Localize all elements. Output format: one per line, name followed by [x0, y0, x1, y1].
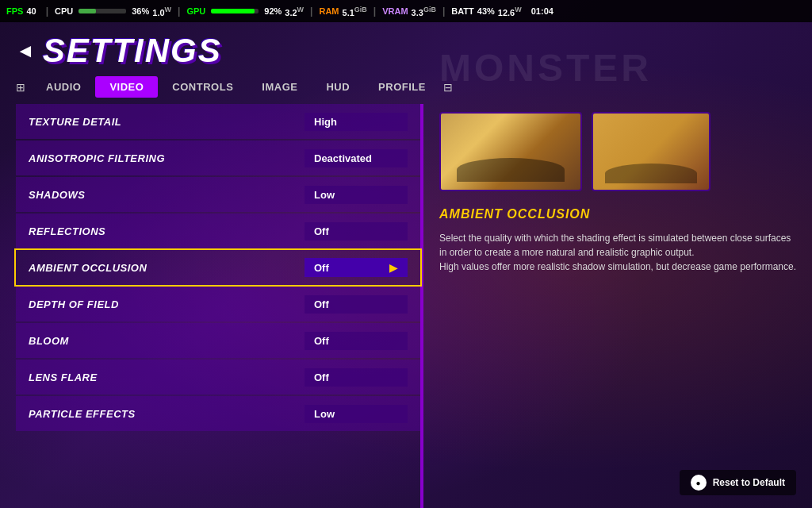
fps-value: 40	[26, 6, 36, 16]
setting-value-dof: Off	[314, 298, 329, 310]
cpu-percent: 36%	[132, 6, 149, 16]
detail-title: AMBIENT OCCLUSION	[439, 207, 796, 221]
setting-value-box-shadows: Low	[304, 186, 408, 204]
gpu-bar	[211, 9, 259, 13]
gpu-label: GPU	[186, 6, 205, 16]
arrow-right-icon: ▶	[389, 261, 398, 274]
setting-value-box-ambient-occlusion[interactable]: Off ▶	[304, 258, 408, 277]
ram-label: RAM	[319, 6, 339, 16]
setting-label-lens-flare: LENS FLARE	[29, 371, 98, 383]
setting-label-texture-detail: TEXTURE DETAIL	[29, 116, 121, 128]
tab-video[interactable]: Video	[95, 76, 158, 98]
setting-row-dof[interactable]: DEPTH OF FIELD Off	[16, 287, 420, 321]
setting-value-box-bloom: Off	[304, 332, 408, 350]
setting-row-lens-flare[interactable]: LENS FLARE Off	[16, 360, 420, 394]
setting-row-texture-detail[interactable]: TEXTURE DETAIL High	[16, 104, 420, 139]
tab-image[interactable]: Image	[247, 76, 312, 98]
setting-value-anisotropic: Deactivated	[314, 152, 372, 164]
preview-image-main	[439, 112, 582, 191]
setting-label-particle-effects: PARTICLE EFFECTS	[29, 408, 136, 420]
setting-row-shadows[interactable]: SHADOWS Low	[16, 177, 420, 212]
batt-label: BATT	[451, 6, 474, 16]
setting-label-shadows: SHADOWS	[29, 189, 85, 201]
reset-area: ● Reset to Default	[680, 470, 796, 495]
setting-value-box-dof: Off	[304, 295, 408, 314]
main-content: TEXTURE DETAIL High ANISOTROPIC FILTERIN…	[0, 104, 812, 508]
tab-audio[interactable]: Audio	[32, 76, 95, 98]
setting-label-dof: DEPTH OF FIELD	[29, 298, 119, 310]
setting-label-bloom: BLOOM	[29, 335, 69, 347]
setting-value-bloom: Off	[314, 335, 329, 347]
setting-value-box-lens-flare: Off	[304, 368, 408, 387]
setting-row-bloom[interactable]: BLOOM Off	[16, 323, 420, 358]
tabs-bar: ⊞ Audio Video Controls Image HUD Profile…	[0, 76, 812, 98]
settings-overlay: ◄ SETTINGS ⊞ Audio Video Controls Image …	[0, 22, 812, 508]
vram-label: VRAM	[382, 6, 408, 16]
tab-icon-left: ⊞	[16, 81, 25, 94]
preview-area	[439, 112, 796, 191]
tab-hud[interactable]: HUD	[312, 76, 364, 98]
cpu-bar	[79, 9, 126, 13]
setting-row-anisotropic[interactable]: ANISOTROPIC FILTERING Deactivated	[16, 140, 420, 175]
detail-panel: AMBIENT OCCLUSION Select the quality wit…	[423, 104, 812, 508]
setting-row-particle-effects[interactable]: PARTICLE EFFECTS Low	[16, 396, 420, 431]
setting-row-reflections[interactable]: REFLECTIONS Off	[16, 214, 420, 248]
cpu-bar-fill	[79, 9, 96, 13]
divider-1: |	[46, 6, 48, 17]
vram-value: 3.3GiB	[412, 6, 436, 17]
divider-5: |	[442, 6, 445, 17]
setting-value-reflections: Off	[314, 225, 329, 237]
setting-label-reflections: REFLECTIONS	[29, 225, 105, 237]
setting-row-ambient-occlusion[interactable]: AMBIENT OCCLUSION Off ▶	[16, 250, 420, 285]
fps-label: FPS	[6, 6, 23, 16]
divider-2: |	[178, 6, 180, 17]
setting-value-ambient-occlusion: Off	[314, 262, 329, 274]
page-title: SETTINGS	[43, 32, 222, 70]
setting-value-texture-detail: High	[314, 116, 337, 128]
setting-value-box-reflections: Off	[304, 222, 408, 241]
divider-4: |	[373, 6, 376, 17]
setting-label-ambient-occlusion: AMBIENT OCCLUSION	[29, 262, 147, 274]
time-display: 01:04	[531, 6, 553, 16]
divider-3: |	[310, 6, 312, 17]
setting-value-box-texture-detail: High	[304, 113, 408, 131]
setting-value-box-particle-effects: Low	[304, 405, 408, 423]
reset-label: Reset to Default	[713, 477, 785, 488]
setting-value-box-anisotropic: Deactivated	[304, 149, 408, 167]
setting-value-shadows: Low	[314, 189, 335, 201]
reset-to-default-button[interactable]: ● Reset to Default	[680, 470, 796, 495]
tab-controls[interactable]: Controls	[158, 76, 247, 98]
hud-bar: FPS 40 | CPU 36% 1.0W | GPU 92% 3.2W | R…	[0, 0, 812, 22]
cpu-label: CPU	[55, 6, 73, 16]
tab-profile[interactable]: Profile	[364, 76, 440, 98]
setting-label-anisotropic: ANISOTROPIC FILTERING	[29, 152, 165, 164]
preview-image-secondary	[592, 112, 710, 191]
gpu-bar-fill	[211, 9, 255, 13]
gpu-watts: 3.2W	[285, 6, 304, 17]
detail-description: Select the quality with which the shadin…	[439, 231, 796, 274]
batt-percent: 43%	[477, 6, 495, 16]
setting-value-lens-flare: Off	[314, 371, 329, 383]
tab-icon-right: ⊟	[443, 81, 453, 94]
cpu-watts: 1.0W	[152, 6, 171, 17]
reset-icon: ●	[691, 475, 707, 491]
settings-list: TEXTURE DETAIL High ANISOTROPIC FILTERIN…	[16, 104, 420, 508]
setting-value-particle-effects: Low	[314, 408, 335, 420]
ram-value: 5.1GiB	[343, 6, 367, 17]
title-area: ◄ SETTINGS	[0, 22, 812, 76]
batt-watts: 12.6W	[498, 6, 522, 17]
back-arrow[interactable]: ◄	[16, 40, 35, 62]
gpu-percent: 92%	[264, 6, 282, 16]
